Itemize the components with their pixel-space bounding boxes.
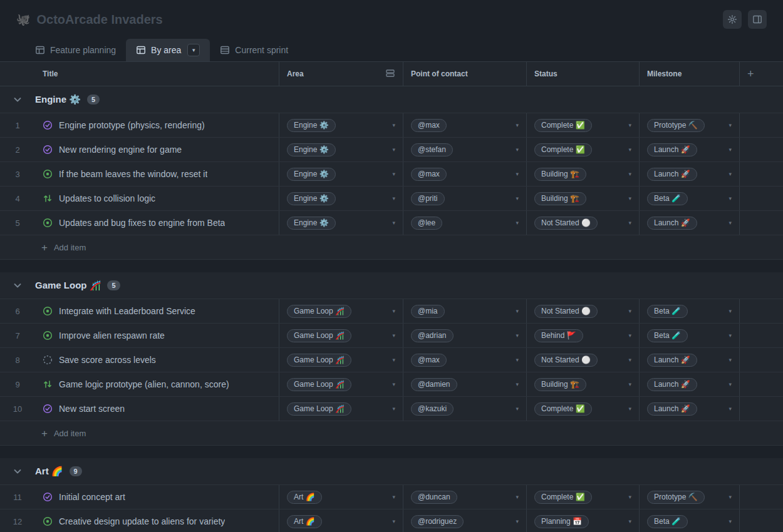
title-cell[interactable]: Updates to collision logic xyxy=(35,187,279,210)
table-row[interactable]: 11Initial concept artArt 🌈▾@duncan▾Compl… xyxy=(0,485,783,509)
column-area[interactable]: Area xyxy=(279,62,403,86)
area-cell[interactable]: Game Loop 🎢▾ xyxy=(279,372,403,396)
milestone-cell[interactable]: Beta 🧪▾ xyxy=(639,324,739,347)
title-cell[interactable]: Game logic prototype (alien, cannon, sco… xyxy=(35,372,279,396)
table-row[interactable]: 8Save score across levelsGame Loop 🎢▾@ma… xyxy=(0,348,783,372)
status-cell[interactable]: Behind 🚩▾ xyxy=(526,324,639,347)
gear-icon[interactable] xyxy=(723,10,742,29)
column-milestone[interactable]: Milestone xyxy=(639,62,739,86)
contact-cell[interactable]: @max▾ xyxy=(403,348,526,372)
status-cell[interactable]: Complete ✅▾ xyxy=(526,397,639,421)
contact-cell[interactable]: @damien▾ xyxy=(403,372,526,396)
milestone-cell[interactable]: Launch 🚀▾ xyxy=(639,138,739,161)
side-panel-icon[interactable] xyxy=(748,10,767,29)
status-cell[interactable]: Not Started ⚪▾ xyxy=(526,348,639,372)
area-cell[interactable]: Art 🌈▾ xyxy=(279,509,403,532)
tab-options-caret-icon[interactable]: ▼ xyxy=(187,44,200,56)
area-value: Engine ⚙️ xyxy=(287,143,336,156)
tab-by-area[interactable]: By area ▼ xyxy=(126,39,210,61)
area-cell[interactable]: Engine ⚙️▾ xyxy=(279,113,403,137)
area-cell[interactable]: Art 🌈▾ xyxy=(279,485,403,509)
area-cell[interactable]: Engine ⚙️▾ xyxy=(279,162,403,186)
title-cell[interactable]: Initial concept art xyxy=(35,485,279,509)
rows-density-icon[interactable] xyxy=(385,68,395,80)
table-row[interactable]: 6Integrate with Leaderboard ServiceGame … xyxy=(0,299,783,324)
milestone-cell[interactable]: Beta 🧪▾ xyxy=(639,509,739,532)
status-cell[interactable]: Complete ✅▾ xyxy=(526,138,639,161)
status-cell[interactable]: Building 🏗️▾ xyxy=(526,162,639,186)
table-row[interactable]: 10New start screenGame Loop 🎢▾@kazuki▾Co… xyxy=(0,397,783,421)
tab-feature-planning[interactable]: Feature planning xyxy=(25,39,126,61)
milestone-cell[interactable]: Launch 🚀▾ xyxy=(639,162,739,186)
contact-cell[interactable]: @priti▾ xyxy=(403,187,526,210)
contact-cell[interactable]: @lee▾ xyxy=(403,211,526,235)
add-item-button[interactable]: +Add item xyxy=(0,421,783,446)
tab-current-sprint[interactable]: Current sprint xyxy=(210,39,298,61)
contact-cell[interactable]: @adrian▾ xyxy=(403,324,526,347)
table-row[interactable]: 9Game logic prototype (alien, cannon, sc… xyxy=(0,372,783,397)
table-row[interactable]: 5Updates and bug fixes to engine from Be… xyxy=(0,211,783,235)
milestone-cell[interactable]: Beta 🧪▾ xyxy=(639,299,739,323)
milestone-cell[interactable]: Launch 🚀▾ xyxy=(639,372,739,396)
area-cell[interactable]: Game Loop 🎢▾ xyxy=(279,324,403,347)
dropdown-caret-icon: ▾ xyxy=(516,171,519,177)
title-cell[interactable]: New start screen xyxy=(35,397,279,421)
issue-closed-icon xyxy=(43,120,53,130)
column-title[interactable]: Title xyxy=(35,62,279,86)
status-cell[interactable]: Building 🏗️▾ xyxy=(526,187,639,210)
area-cell[interactable]: Game Loop 🎢▾ xyxy=(279,397,403,421)
status-cell[interactable]: Complete ✅▾ xyxy=(526,485,639,509)
contact-cell[interactable]: @kazuki▾ xyxy=(403,397,526,421)
chevron-down-icon[interactable] xyxy=(0,95,35,105)
status-cell[interactable]: Complete ✅▾ xyxy=(526,113,639,137)
table-row[interactable]: 1Engine prototype (physics, rendering)En… xyxy=(0,113,783,138)
column-point-of-contact[interactable]: Point of contact xyxy=(403,62,526,86)
title-cell[interactable]: New rendering engine for game xyxy=(35,138,279,161)
contact-cell[interactable]: @max▾ xyxy=(403,162,526,186)
title-cell[interactable]: Save score across levels xyxy=(35,348,279,372)
table-row[interactable]: 4Updates to collision logicEngine ⚙️▾@pr… xyxy=(0,187,783,211)
add-column-button[interactable]: + xyxy=(739,62,783,86)
status-cell[interactable]: Building 🏗️▾ xyxy=(526,372,639,396)
contact-value: @max xyxy=(411,168,447,181)
group-header[interactable]: Engine ⚙️5 xyxy=(0,86,783,113)
milestone-cell[interactable]: Launch 🚀▾ xyxy=(639,397,739,421)
contact-cell[interactable]: @duncan▾ xyxy=(403,485,526,509)
milestone-cell[interactable]: Prototype ⛏️▾ xyxy=(639,113,739,137)
table-row[interactable]: 12Creative design update to aliens for v… xyxy=(0,509,783,532)
title-cell[interactable]: If the beam leaves the window, reset it xyxy=(35,162,279,186)
area-cell[interactable]: Game Loop 🎢▾ xyxy=(279,299,403,323)
chevron-down-icon[interactable] xyxy=(0,280,35,290)
area-cell[interactable]: Engine ⚙️▾ xyxy=(279,187,403,210)
row-number: 9 xyxy=(0,372,35,396)
contact-cell[interactable]: @mia▾ xyxy=(403,299,526,323)
area-cell[interactable]: Engine ⚙️▾ xyxy=(279,211,403,235)
table-row[interactable]: 2New rendering engine for gameEngine ⚙️▾… xyxy=(0,138,783,162)
milestone-cell[interactable]: Launch 🚀▾ xyxy=(639,211,739,235)
add-item-button[interactable]: +Add item xyxy=(0,235,783,260)
contact-cell[interactable]: @stefan▾ xyxy=(403,138,526,161)
chevron-down-icon[interactable] xyxy=(0,466,35,476)
title-cell[interactable]: Engine prototype (physics, rendering) xyxy=(35,113,279,137)
milestone-cell[interactable]: Launch 🚀▾ xyxy=(639,348,739,372)
title-cell[interactable]: Integrate with Leaderboard Service xyxy=(35,299,279,323)
contact-cell[interactable]: @rodriguez▾ xyxy=(403,509,526,532)
table-row[interactable]: 7Improve alien respawn rateGame Loop 🎢▾@… xyxy=(0,324,783,348)
status-cell[interactable]: Not Started ⚪▾ xyxy=(526,211,639,235)
group-header[interactable]: Art 🌈9 xyxy=(0,458,783,485)
title-cell[interactable]: Creative design update to aliens for var… xyxy=(35,509,279,532)
contact-cell[interactable]: @max▾ xyxy=(403,113,526,137)
milestone-value: Beta 🧪 xyxy=(647,192,688,205)
milestone-cell[interactable]: Beta 🧪▾ xyxy=(639,187,739,210)
table-row[interactable]: 3If the beam leaves the window, reset it… xyxy=(0,162,783,187)
status-cell[interactable]: Not Started ⚪▾ xyxy=(526,299,639,323)
column-status[interactable]: Status xyxy=(526,62,639,86)
title-cell[interactable]: Improve alien respawn rate xyxy=(35,324,279,347)
status-cell[interactable]: Planning 📅▾ xyxy=(526,509,639,532)
area-cell[interactable]: Game Loop 🎢▾ xyxy=(279,348,403,372)
title-cell[interactable]: Updates and bug fixes to engine from Bet… xyxy=(35,211,279,235)
group-header[interactable]: Game Loop 🎢5 xyxy=(0,272,783,299)
dropdown-caret-icon: ▾ xyxy=(392,195,395,202)
milestone-cell[interactable]: Prototype ⛏️▾ xyxy=(639,485,739,509)
area-cell[interactable]: Engine ⚙️▾ xyxy=(279,138,403,161)
